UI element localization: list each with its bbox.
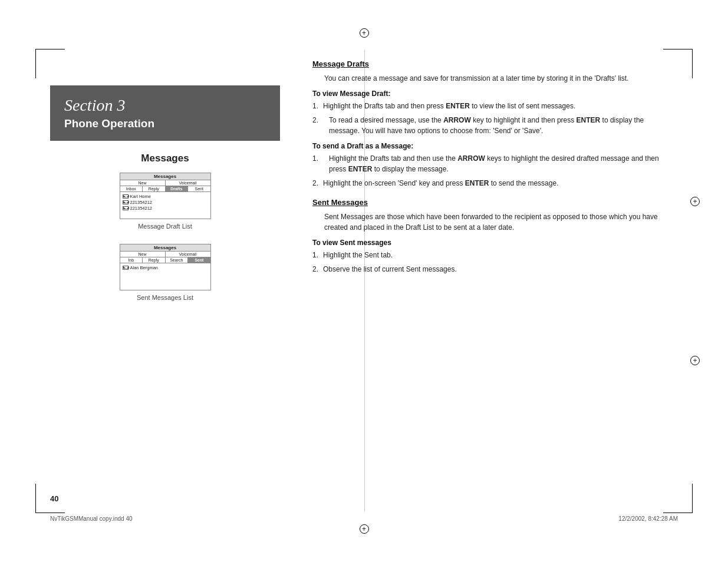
envelope-icon-2 (123, 200, 129, 204)
phone-body-sent: Alan Bergman (120, 263, 210, 290)
registration-mark-top (360, 28, 369, 38)
phone-screen-draft: Messages New Voicemail Inbox Reply Draft… (120, 173, 211, 219)
phone-tab-reply2: Reply (143, 257, 166, 263)
send-draft-step-1: 1. Highlight the Drafts tab and then use… (312, 153, 672, 174)
section-title: Phone Operation (64, 117, 266, 130)
sent-messages-intro: Sent Messages are those which have been … (324, 211, 672, 233)
view-draft-step-1: 1. Highlight the Drafts tab and then pre… (312, 101, 672, 111)
sent-step-num-2: 2. (312, 264, 323, 275)
enter-bold-4: ENTER (465, 179, 489, 187)
phone-title-bar-sent: Messages (120, 244, 210, 252)
phone-tab-voicemail: Voicemail (166, 180, 210, 186)
phone-tabs-sent: Inb Reply Search Sent (120, 257, 210, 263)
left-column: Section 3 Phone Operation Messages Messa… (50, 50, 280, 512)
phone-tab-search: Search (166, 257, 189, 263)
view-sent-heading: To view Sent messages (312, 239, 672, 247)
step-text: Highlight the Drafts tab and then press … (323, 101, 672, 111)
send-draft-step-2: 2. Highlight the on-screen 'Send' key an… (312, 178, 672, 189)
right-column: Message Drafts You can create a message … (312, 50, 672, 512)
corner-mark (35, 49, 36, 78)
step-num-2: 2. (312, 115, 323, 136)
registration-mark-right-top (690, 197, 700, 206)
enter-bold-3: ENTER (348, 165, 373, 173)
sent-messages-heading: Sent Messages (312, 198, 672, 207)
send-step-num-2: 2. (312, 178, 323, 189)
corner-mark (663, 49, 693, 49)
sent-step-text-2: Observe the list of current Sent message… (323, 264, 672, 275)
view-sent-step-2: 2. Observe the list of current Sent mess… (312, 264, 672, 275)
envelope-icon-sent (123, 266, 129, 270)
enter-bold-2: ENTER (577, 116, 601, 124)
phone-item-2: 221354212 (123, 200, 208, 205)
section-number: Section 3 (64, 96, 266, 115)
corner-mark (663, 513, 693, 513)
screen2-caption: Sent Messages List (50, 294, 280, 301)
section-header: Section 3 Phone Operation (50, 85, 280, 141)
page-number: 40 (50, 494, 58, 503)
footer-left: NvTikGSMManual copy.indd 40 (50, 515, 133, 522)
phone-tab-new: New (120, 180, 166, 186)
phone-tab-sent: Sent (188, 186, 210, 191)
step-text-2: To read a desired message, use the ARROW… (329, 115, 672, 136)
send-step-num-1: 1. (312, 153, 323, 174)
corner-mark (35, 513, 65, 513)
screen1-caption: Message Draft List (50, 223, 280, 230)
corner-mark (35, 484, 36, 513)
enter-bold: ENTER (446, 102, 470, 110)
phone-body-draft: Karl Home 221354212 221354212 (120, 192, 210, 219)
registration-mark-bottom (360, 524, 369, 534)
phone-top-buttons-draft: New Voicemail (120, 180, 210, 186)
phone-tab-new2: New (120, 252, 166, 257)
phone-title-bar-draft: Messages (120, 173, 210, 180)
envelope-icon-3 (123, 206, 129, 210)
phone-tab-reply: Reply (143, 186, 166, 191)
corner-mark (692, 49, 693, 78)
view-draft-step-2: 2. To read a desired message, use the AR… (312, 115, 672, 136)
footer-right: 12/2/2002, 8:42:28 AM (618, 515, 678, 522)
corner-mark (35, 49, 65, 49)
phone-screen-sent: Messages New Voicemail Inb Reply Search … (120, 244, 211, 290)
arrow-bold-3: ARROW (457, 154, 485, 163)
registration-mark-right-bottom (690, 356, 700, 365)
view-draft-heading: To view Message Draft: (312, 90, 672, 98)
sent-step-num-1: 1. (312, 250, 323, 260)
messages-heading: Messages (50, 153, 280, 164)
phone-item-1: Karl Home (123, 194, 208, 199)
phone-item-3: 221354212 (123, 206, 208, 211)
sent-step-text-1: Highlight the Sent tab. (323, 250, 672, 260)
envelope-icon-1 (123, 194, 129, 199)
send-step-text-2: Highlight the on-screen 'Send' key and p… (323, 178, 672, 189)
send-step-text-1: Highlight the Drafts tab and then use th… (329, 153, 672, 174)
send-draft-heading: To send a Draft as a Message: (312, 142, 672, 150)
view-sent-step-1: 1. Highlight the Sent tab. (312, 250, 672, 260)
phone-tab-drafts: Drafts (166, 186, 189, 191)
page: Section 3 Phone Operation Messages Messa… (0, 0, 728, 562)
step-num: 1. (312, 101, 323, 111)
phone-tab-inbox: Inbox (120, 186, 143, 191)
phone-tab-sent2: Sent (188, 257, 210, 263)
phone-sent-item-1: Alan Bergman (123, 265, 208, 270)
message-drafts-intro: You can create a message and save for tr… (324, 73, 672, 84)
corner-mark (692, 484, 693, 513)
phone-tab-voicemail2: Voicemail (166, 252, 210, 257)
arrow-bold: ARROW (443, 116, 471, 124)
phone-tabs-draft: Inbox Reply Drafts Sent (120, 186, 210, 192)
phone-top-buttons-sent: New Voicemail (120, 252, 210, 257)
message-drafts-heading: Message Drafts (312, 59, 672, 68)
phone-tab-inb: Inb (120, 257, 143, 263)
